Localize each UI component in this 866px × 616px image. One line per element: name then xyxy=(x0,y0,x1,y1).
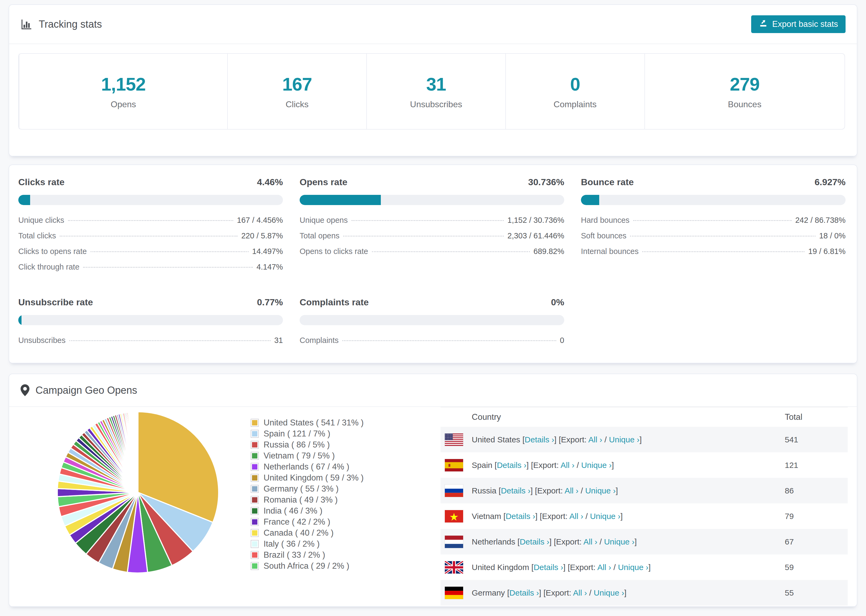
export-unique-link[interactable]: Unique › xyxy=(618,563,649,572)
legend-item[interactable]: France ( 42 / 2% ) xyxy=(251,516,364,527)
pie-slice[interactable] xyxy=(138,412,138,492)
legend-item[interactable]: Canada ( 40 / 2% ) xyxy=(251,527,364,538)
stat-cell: 279 Bounces xyxy=(644,54,844,129)
export-basic-stats-button[interactable]: Export basic stats xyxy=(751,15,846,33)
export-all-link[interactable]: All › xyxy=(569,512,583,520)
tracking-stats-title: Tracking stats xyxy=(20,18,102,30)
rate-value: 0% xyxy=(551,297,564,308)
country-total: 59 xyxy=(785,563,848,572)
stat-label: Complaints xyxy=(553,99,597,109)
export-all-link[interactable]: All › xyxy=(561,460,575,470)
country-total: 541 xyxy=(785,435,848,444)
rate-detail-row: Internal bounces 19 / 6.81% xyxy=(581,247,846,262)
legend-item[interactable]: Italy ( 36 / 2% ) xyxy=(251,538,364,549)
rate-block: Unsubscribe rate 0.77% Unsubscribes 31 xyxy=(18,297,283,352)
export-all-link[interactable]: All › xyxy=(597,563,611,572)
geo-opens-pie-chart[interactable] xyxy=(49,404,227,581)
legend-color-marker xyxy=(251,540,259,548)
details-link[interactable]: Details › xyxy=(497,460,526,470)
rate-detail-rows: Hard bounces 242 / 86.738% Soft bounces … xyxy=(581,216,846,262)
legend-color-marker xyxy=(251,430,259,438)
export-all-link[interactable]: All › xyxy=(573,588,587,597)
legend-label: India ( 46 / 3% ) xyxy=(264,506,323,516)
rate-detail-rows: Unique opens 1,152 / 30.736% Total opens… xyxy=(299,216,564,262)
details-link[interactable]: Details › xyxy=(534,563,563,572)
rate-detail-row: Opens to clicks rate 689.82% xyxy=(299,247,564,262)
details-link[interactable]: Details › xyxy=(505,512,535,520)
geo-title: Campaign Geo Opens xyxy=(20,384,137,396)
legend-color-marker xyxy=(251,452,259,460)
legend-item[interactable]: South Africa ( 29 / 2% ) xyxy=(251,560,364,571)
country-name: Spain xyxy=(472,460,493,470)
table-row: United Kingdom [Details ›] [Export: All … xyxy=(441,555,848,580)
rate-detail-row: Unique opens 1,152 / 30.736% xyxy=(299,216,564,231)
export-unique-link[interactable]: Unique › xyxy=(581,460,612,470)
flag-ru-icon xyxy=(445,485,463,497)
legend-item[interactable]: United States ( 541 / 31% ) xyxy=(251,417,364,428)
legend-item[interactable]: India ( 46 / 3% ) xyxy=(251,505,364,516)
export-unique-link[interactable]: Unique › xyxy=(594,588,624,597)
rate-detail-rows: Unique clicks 167 / 4.456% Total clicks … xyxy=(18,216,283,278)
rate-progress-bar xyxy=(299,315,564,325)
dotted-leader xyxy=(642,251,805,252)
rate-detail-row: Total clicks 220 / 5.87% xyxy=(18,231,283,247)
table-row: Spain [Details ›] [Export: All › / Uniqu… xyxy=(441,452,848,478)
legend-item[interactable]: Germany ( 55 / 3% ) xyxy=(251,483,364,494)
dotted-leader xyxy=(69,340,271,341)
tracking-stats-header: Tracking stats Export basic stats xyxy=(9,5,857,44)
geo-header: Campaign Geo Opens xyxy=(9,374,857,407)
table-row: Russia [Details ›] [Export: All › / Uniq… xyxy=(441,478,848,503)
legend-color-marker xyxy=(251,474,259,482)
legend-label: Vietnam ( 79 / 5% ) xyxy=(264,451,335,460)
table-row: Vietnam [Details ›] [Export: All › / Uni… xyxy=(441,503,848,529)
legend-item[interactable]: Brazil ( 33 / 2% ) xyxy=(251,549,364,560)
rate-progress-bar xyxy=(299,195,564,205)
rate-detail-row: Total opens 2,303 / 61.446% xyxy=(299,231,564,247)
country-name: Vietnam xyxy=(472,512,501,520)
legend-label: South Africa ( 29 / 2% ) xyxy=(264,561,350,571)
details-link[interactable]: Details › xyxy=(501,486,531,495)
details-link[interactable]: Details › xyxy=(520,537,549,546)
rate-detail-row: Complaints 0 xyxy=(299,336,564,352)
flag-es-icon xyxy=(445,459,463,471)
legend-label: Netherlands ( 67 / 4% ) xyxy=(264,462,350,472)
export-unique-link[interactable]: Unique › xyxy=(604,537,635,546)
legend-color-marker xyxy=(251,518,259,526)
legend-item[interactable]: Russia ( 86 / 5% ) xyxy=(251,439,364,450)
rate-detail-label: Unique opens xyxy=(299,216,348,225)
rate-block: Complaints rate 0% Complaints 0 xyxy=(299,297,564,352)
rate-progress-bar xyxy=(18,195,283,205)
dotted-leader xyxy=(351,220,504,221)
legend-color-marker xyxy=(251,529,259,537)
legend-color-marker xyxy=(251,496,259,504)
details-link[interactable]: Details › xyxy=(509,588,539,597)
rate-detail-rows: Unsubscribes 31 xyxy=(18,336,283,352)
details-link[interactable]: Details › xyxy=(525,435,554,444)
legend-item[interactable]: Netherlands ( 67 / 4% ) xyxy=(251,461,364,472)
export-all-link[interactable]: All › xyxy=(589,435,602,444)
export-unique-link[interactable]: Unique › xyxy=(585,486,616,495)
legend-label: Italy ( 36 / 2% ) xyxy=(264,539,320,549)
legend-color-marker xyxy=(251,441,259,449)
rate-detail-value: 2,303 / 61.446% xyxy=(507,231,564,240)
rate-detail-label: Hard bounces xyxy=(581,216,630,225)
rates-card: Clicks rate 4.46% Unique clicks 167 / 4.… xyxy=(9,165,857,363)
export-all-link[interactable]: All › xyxy=(583,537,597,546)
rate-detail-row: Clicks to opens rate 14.497% xyxy=(18,247,283,262)
legend-item[interactable]: Vietnam ( 79 / 5% ) xyxy=(251,450,364,461)
export-unique-link[interactable]: Unique › xyxy=(590,512,620,520)
geo-table-header: Country Total xyxy=(441,407,848,427)
rate-detail-label: Soft bounces xyxy=(581,231,627,240)
legend-item[interactable]: United Kingdom ( 59 / 3% ) xyxy=(251,472,364,483)
country-name: Netherlands xyxy=(472,537,515,546)
column-header-total: Total xyxy=(785,412,848,422)
export-all-link[interactable]: All › xyxy=(565,486,578,495)
rate-title: Opens rate xyxy=(299,177,348,187)
dotted-leader xyxy=(372,251,530,252)
geo-table: Country Total United States [Details ›] … xyxy=(441,407,848,605)
rate-detail-row: Click through rate 4.147% xyxy=(18,262,283,278)
page-title: Tracking stats xyxy=(39,19,102,30)
legend-item[interactable]: Spain ( 121 / 7% ) xyxy=(251,428,364,439)
legend-item[interactable]: Romania ( 49 / 3% ) xyxy=(251,494,364,505)
export-unique-link[interactable]: Unique › xyxy=(609,435,639,444)
